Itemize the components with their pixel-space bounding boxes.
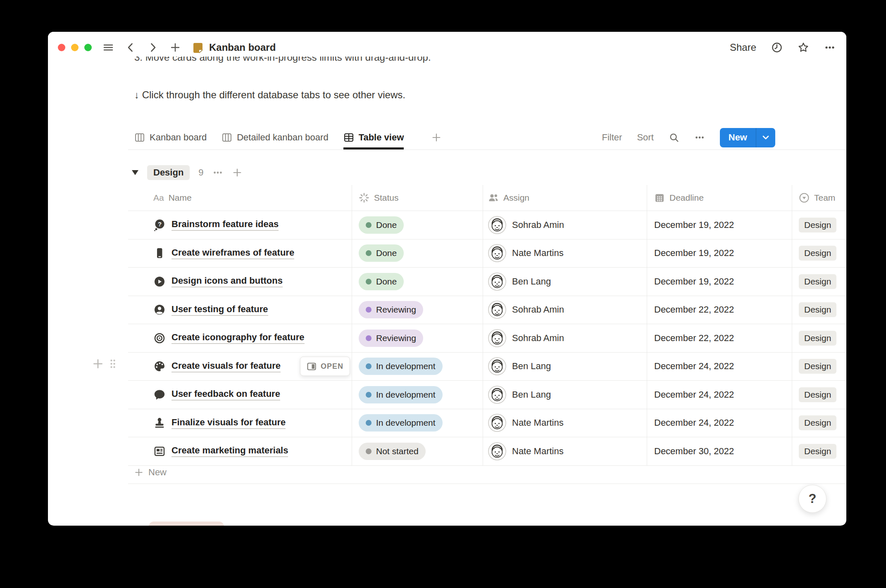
- status-badge[interactable]: In development: [359, 414, 443, 432]
- back-button[interactable]: [125, 42, 136, 53]
- drag-handle[interactable]: [110, 358, 116, 369]
- group-options-button[interactable]: [212, 167, 223, 178]
- status-cell[interactable]: Done: [352, 211, 483, 239]
- page-link[interactable]: Create iconography for feature: [171, 332, 305, 344]
- team-cell[interactable]: Design: [792, 437, 846, 465]
- status-badge[interactable]: Not started: [359, 443, 426, 460]
- deadline-cell[interactable]: December 19, 2022: [647, 268, 792, 296]
- status-cell[interactable]: Done: [352, 239, 483, 268]
- insert-row-button[interactable]: [92, 358, 104, 370]
- column-header-name[interactable]: Aa Name: [128, 185, 352, 211]
- team-cell[interactable]: Design: [792, 268, 846, 296]
- traffic-close-button[interactable]: [58, 44, 65, 51]
- status-badge[interactable]: In development: [359, 358, 443, 375]
- tab-kanban-board[interactable]: Kanban board: [134, 126, 207, 149]
- sort-button[interactable]: Sort: [637, 132, 653, 143]
- tab-table-view[interactable]: Table view: [343, 126, 404, 149]
- name-cell[interactable]: Create marketing materials: [128, 437, 352, 465]
- group-name-pill[interactable]: Design: [147, 165, 190, 180]
- traffic-minimize-button[interactable]: [71, 44, 79, 51]
- new-button[interactable]: New: [720, 128, 775, 147]
- status-cell[interactable]: In development: [352, 409, 483, 437]
- assign-cell[interactable]: Sohrab Amin: [483, 324, 647, 352]
- name-cell[interactable]: Create visuals for feature OPEN: [128, 353, 352, 381]
- assign-cell[interactable]: Ben Lang: [483, 353, 647, 381]
- page-link[interactable]: Create wireframes of feature: [171, 247, 294, 259]
- new-page-button[interactable]: [169, 42, 181, 53]
- page-link[interactable]: Create marketing materials: [171, 445, 288, 457]
- team-cell[interactable]: Design: [792, 211, 846, 239]
- sidebar-toggle-icon[interactable]: [102, 42, 114, 53]
- assign-cell[interactable]: Nate Martins: [483, 409, 647, 437]
- deadline-cell[interactable]: December 24, 2022: [647, 381, 792, 409]
- deadline-cell[interactable]: December 24, 2022: [647, 409, 792, 437]
- traffic-zoom-button[interactable]: [84, 44, 92, 51]
- add-view-button[interactable]: [431, 126, 442, 149]
- page-link[interactable]: Brainstorm feature ideas: [171, 219, 279, 231]
- status-cell[interactable]: In development: [352, 353, 483, 381]
- group-toggle-icon[interactable]: [132, 170, 138, 175]
- page-link[interactable]: Create visuals for feature: [171, 360, 281, 372]
- status-badge[interactable]: Done: [359, 273, 404, 290]
- status-cell[interactable]: Done: [352, 268, 483, 296]
- status-cell[interactable]: Not started: [352, 437, 483, 465]
- assign-cell[interactable]: Sohrab Amin: [483, 296, 647, 324]
- team-cell[interactable]: Design: [792, 353, 846, 381]
- column-header-deadline[interactable]: Deadline: [647, 185, 792, 211]
- column-header-status[interactable]: Status: [352, 185, 483, 211]
- column-header-assign[interactable]: Assign: [483, 185, 647, 211]
- new-dropdown-button[interactable]: [756, 128, 775, 147]
- name-cell[interactable]: Design icons and buttons: [128, 268, 352, 296]
- forward-button[interactable]: [147, 42, 159, 53]
- assign-cell[interactable]: Nate Martins: [483, 239, 647, 268]
- team-cell[interactable]: Design: [792, 324, 846, 352]
- favorite-star-button[interactable]: [798, 42, 809, 53]
- status-cell[interactable]: Reviewing: [352, 324, 483, 352]
- assign-cell[interactable]: Ben Lang: [483, 381, 647, 409]
- page-link[interactable]: Design icons and buttons: [171, 275, 283, 287]
- deadline-cell[interactable]: December 22, 2022: [647, 296, 792, 324]
- tab-detailed-kanban-board[interactable]: Detailed kanban board: [222, 126, 328, 149]
- share-button[interactable]: Share: [730, 42, 756, 53]
- team-cell[interactable]: Design: [792, 296, 846, 324]
- filter-button[interactable]: Filter: [602, 132, 622, 143]
- assign-cell[interactable]: Nate Martins: [483, 437, 647, 465]
- team-cell[interactable]: Design: [792, 381, 846, 409]
- help-button[interactable]: ?: [798, 485, 826, 513]
- status-badge[interactable]: Reviewing: [359, 301, 423, 318]
- new-row-button[interactable]: New: [128, 462, 846, 484]
- page-link[interactable]: User testing of feature: [171, 304, 268, 316]
- board-columns-icon: [222, 132, 232, 143]
- status-badge[interactable]: In development: [359, 386, 443, 403]
- more-options-button[interactable]: [824, 42, 836, 53]
- assign-cell[interactable]: Sohrab Amin: [483, 211, 647, 239]
- deadline-cell[interactable]: December 19, 2022: [647, 239, 792, 268]
- status-cell[interactable]: Reviewing: [352, 296, 483, 324]
- deadline-cell[interactable]: December 19, 2022: [647, 211, 792, 239]
- deadline-cell[interactable]: December 30, 2022: [647, 437, 792, 465]
- name-cell[interactable]: Create wireframes of feature: [128, 239, 352, 268]
- breadcrumb[interactable]: Kanban board: [192, 41, 276, 54]
- team-cell[interactable]: Design: [792, 409, 846, 437]
- open-button[interactable]: OPEN: [300, 357, 350, 376]
- name-cell[interactable]: Finalize visuals for feature: [128, 409, 352, 437]
- deadline-cell[interactable]: December 22, 2022: [647, 324, 792, 352]
- status-badge[interactable]: Done: [359, 244, 404, 262]
- team-cell[interactable]: Design: [792, 239, 846, 268]
- status-badge[interactable]: Reviewing: [359, 330, 423, 347]
- name-cell[interactable]: ? Brainstorm feature ideas: [128, 211, 352, 239]
- deadline-cell[interactable]: December 24, 2022: [647, 353, 792, 381]
- status-cell[interactable]: In development: [352, 381, 483, 409]
- name-cell[interactable]: User feedback on feature: [128, 381, 352, 409]
- status-badge[interactable]: Done: [359, 216, 404, 234]
- column-header-team[interactable]: Team: [792, 185, 846, 211]
- search-icon[interactable]: [669, 132, 679, 143]
- name-cell[interactable]: Create iconography for feature: [128, 324, 352, 352]
- page-link[interactable]: Finalize visuals for feature: [171, 417, 286, 429]
- view-options-button[interactable]: [694, 132, 705, 143]
- page-link[interactable]: User feedback on feature: [171, 389, 280, 401]
- group-add-button[interactable]: [232, 167, 243, 178]
- updates-clock-button[interactable]: [771, 42, 783, 53]
- name-cell[interactable]: User testing of feature: [128, 296, 352, 324]
- assign-cell[interactable]: Ben Lang: [483, 268, 647, 296]
